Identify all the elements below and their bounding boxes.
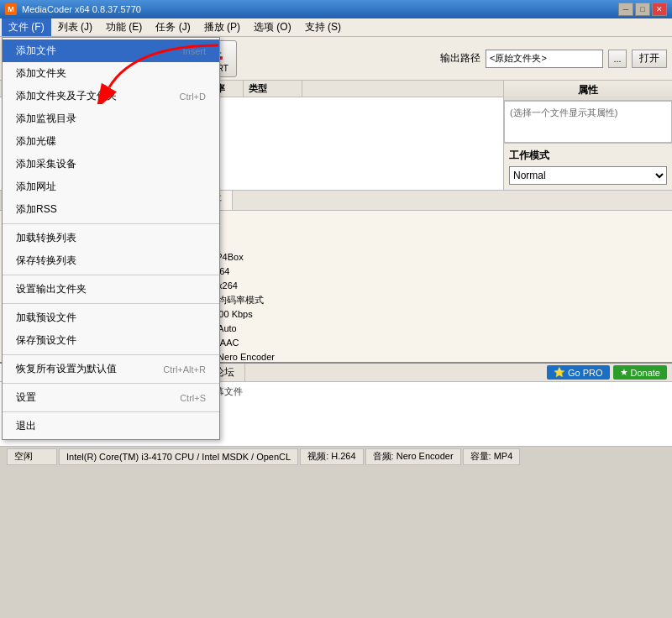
go-pro-label: Go PRO — [568, 368, 603, 378]
output-path-area: 输出路径 ... 打开 — [440, 50, 667, 68]
overview-item-3: 编码器: x264 — [185, 280, 665, 292]
separator-2 — [3, 275, 219, 275]
menu-save-list[interactable]: 保存转换列表 — [3, 249, 219, 272]
menu-load-list[interactable]: 加载转换列表 — [3, 227, 219, 249]
status-cpu: Intel(R) Core(TM) i3-4170 CPU / Intel MS… — [59, 448, 298, 465]
status-idle: 空闲 — [7, 448, 57, 465]
separator-4 — [3, 354, 219, 355]
menu-add-disc[interactable]: 添加光碟 — [3, 130, 219, 153]
menu-add-file[interactable]: 添加文件 Insert — [3, 39, 219, 62]
go-pro-button[interactable]: ⭐ Go PRO — [547, 365, 610, 380]
menu-add-folder[interactable]: 添加文件夹 — [3, 62, 219, 85]
status-container: 容量: MP4 — [463, 448, 521, 465]
menu-options[interactable]: 选项 (O) — [247, 18, 298, 36]
menu-add-device[interactable]: 添加采集设备 — [3, 153, 219, 175]
status-bar: 空闲 Intel(R) Core(TM) i3-4170 CPU / Intel… — [0, 446, 672, 466]
output-path-input[interactable] — [486, 50, 603, 68]
properties-placeholder: (选择一个文件显示其属性) — [510, 107, 617, 118]
overview-panel: 目标格式 容器: MP4 混流: MP4Box 视频: H.264 编码器: x… — [168, 211, 672, 362]
menu-exit[interactable]: 退出 — [3, 415, 219, 437]
menu-add-rss[interactable]: 添加RSS — [3, 198, 219, 221]
menu-task[interactable]: 任务 (J) — [149, 18, 197, 36]
overview-item-5: 码率: 1000 Kbps — [185, 308, 665, 321]
maximize-button[interactable]: □ — [635, 3, 650, 16]
properties-title: 属性 — [504, 81, 672, 101]
title-bar: M MediaCoder x64 0.8.37.5770 ─ □ ✕ — [0, 0, 672, 18]
menu-set-output-folder[interactable]: 设置输出文件夹 — [3, 278, 219, 301]
work-mode-label: 工作模式 — [509, 149, 667, 163]
donate-button[interactable]: ★ Donate — [613, 365, 667, 380]
menu-load-preset[interactable]: 加载预设文件 — [3, 306, 219, 329]
menu-file[interactable]: 文件 (F) — [2, 18, 51, 36]
col-header-type: 类型 — [244, 81, 302, 97]
overview-item-7: 音频: LC-AAC — [181, 337, 665, 349]
separator-5 — [3, 383, 219, 384]
properties-panel: 属性 (选择一个文件显示其属性) 工作模式 Normal Server Batc… — [504, 81, 672, 190]
work-mode-section: 工作模式 Normal Server Batch — [504, 143, 672, 190]
menu-function[interactable]: 功能 (E) — [99, 18, 149, 36]
menu-bar: 文件 (F) 列表 (J) 功能 (E) 任务 (J) 播放 (P) 选项 (O… — [0, 18, 672, 37]
work-mode-select[interactable]: Normal Server Batch — [509, 166, 667, 185]
menu-play[interactable]: 播放 (P) — [197, 18, 247, 36]
overview-item-4: 模式: 平均码率模式 — [185, 294, 665, 306]
status-audio: 音频: Nero Encoder — [365, 448, 461, 465]
minimize-button[interactable]: ─ — [618, 3, 633, 16]
overview-title: 目标格式 — [175, 217, 665, 232]
separator-3 — [3, 303, 219, 304]
menu-add-watch[interactable]: 添加监视目录 — [3, 107, 219, 130]
donate-icon: ★ — [620, 367, 628, 378]
menu-list[interactable]: 列表 (J) — [51, 18, 99, 36]
menu-settings[interactable]: 设置 Ctrl+S — [3, 386, 219, 409]
overview-item-6: 反交错: Auto — [185, 322, 665, 335]
overview-item-8: 编码器: Nero Encoder — [185, 351, 665, 362]
properties-content: (选择一个文件显示其属性) — [504, 101, 672, 143]
menu-add-folder-recursive[interactable]: 添加文件夹及子文件夹 Ctrl+D — [3, 85, 219, 107]
window-controls: ─ □ ✕ — [618, 3, 667, 16]
menu-support[interactable]: 支持 (S) — [298, 18, 348, 36]
donate-label: Donate — [631, 368, 660, 378]
title-text: MediaCoder x64 0.8.37.5770 — [22, 4, 141, 14]
close-button[interactable]: ✕ — [652, 3, 667, 16]
separator-6 — [3, 411, 219, 412]
menu-save-preset[interactable]: 保存预设文件 — [3, 329, 219, 352]
file-dropdown-menu: 添加文件 Insert 添加文件夹 添加文件夹及子文件夹 Ctrl+D 添加监视… — [2, 37, 220, 440]
overview-item-2: 视频: H.264 — [181, 265, 665, 278]
overview-item-0: 容器: MP4 — [175, 237, 665, 249]
status-video: 视频: H.264 — [300, 448, 363, 465]
open-button[interactable]: 打开 — [632, 50, 667, 68]
menu-add-url[interactable]: 添加网址 — [3, 175, 219, 198]
browse-button[interactable]: ... — [608, 50, 627, 68]
separator-1 — [3, 223, 219, 224]
app-icon: M — [5, 3, 17, 15]
overview-item-1: 混流: MP4Box — [185, 251, 665, 264]
go-pro-icon: ⭐ — [554, 367, 565, 378]
menu-restore-defaults[interactable]: 恢复所有设置为默认值 Ctrl+Alt+R — [3, 358, 219, 380]
output-path-label: 输出路径 — [440, 51, 480, 65]
